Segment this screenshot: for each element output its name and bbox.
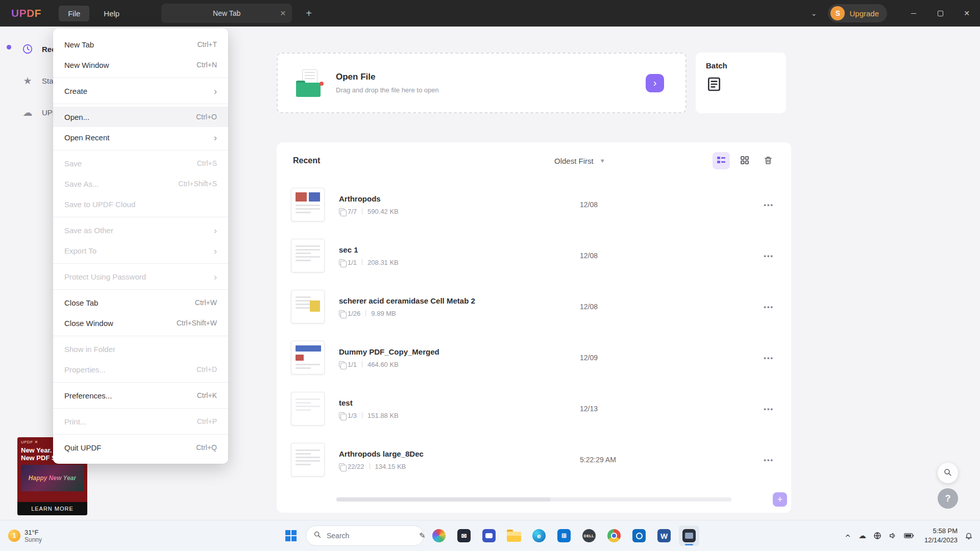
new-tab-button[interactable]: +	[301, 8, 316, 19]
menu-item-open-recent[interactable]: Open Recent›	[53, 127, 228, 147]
menu-item-label: Show in Folder	[64, 345, 115, 354]
file-more-button[interactable]: •••	[764, 456, 774, 464]
file-pages: 1/3	[348, 412, 357, 419]
menu-item-new-window[interactable]: New WindowCtrl+N	[53, 55, 228, 75]
chrome-icon[interactable]	[604, 525, 624, 546]
file-name: Arthropods	[339, 194, 580, 203]
notifications-bell-icon[interactable]	[965, 532, 973, 540]
close-button[interactable]: ✕	[953, 0, 980, 27]
meta-separator	[362, 208, 362, 214]
word-icon[interactable]: W	[654, 525, 674, 546]
file-row[interactable]: Arthropods large_8Dec 22/22 134.15 KB 5:…	[291, 434, 777, 485]
tab-close-icon[interactable]: ✕	[280, 9, 286, 17]
file-row[interactable]: Dummy PDF_Copy_Merged 1/1 464.60 KB 12/0…	[291, 332, 777, 383]
network-icon[interactable]	[873, 532, 881, 540]
tab-new-tab[interactable]: New Tab ✕	[161, 4, 292, 23]
file-name: Arthropods large_8Dec	[339, 449, 580, 458]
minimize-button[interactable]: ─	[900, 0, 927, 27]
list-view-button[interactable]	[713, 152, 730, 169]
upgrade-button[interactable]: S Upgrade	[828, 4, 887, 22]
file-more-button[interactable]: •••	[764, 354, 774, 362]
help-button[interactable]: ?	[938, 488, 958, 509]
tray-chevron-up-icon[interactable]	[844, 532, 851, 539]
file-meta: 1/3 151.88 KB	[339, 412, 580, 419]
sort-dropdown[interactable]: Oldest First ▼	[554, 157, 605, 165]
weather-widget[interactable]: 1 31°F Sunny	[8, 529, 42, 543]
menu-item-preferences[interactable]: Preferences...Ctrl+K	[53, 385, 228, 406]
pages-icon	[339, 208, 345, 214]
microsoft-store-icon[interactable]: ⊞	[554, 525, 574, 546]
menu-item-close-tab[interactable]: Close TabCtrl+W	[53, 292, 228, 313]
file-more-button[interactable]: •••	[764, 252, 774, 260]
sort-value: Oldest First	[554, 157, 594, 165]
avatar[interactable]: S	[830, 6, 845, 20]
menu-item-close-window[interactable]: Close WindowCtrl+Shift+W	[53, 313, 228, 333]
menu-item-export-to: Export To›	[53, 240, 228, 261]
menu-item-label: Export To	[64, 246, 96, 255]
snipping-tool-icon[interactable]	[679, 525, 699, 546]
menu-item-quit-updf[interactable]: Quit UPDFCtrl+Q	[53, 437, 228, 458]
menu-item-shortcut: Ctrl+W	[195, 298, 217, 307]
file-date: 5:22:29 AM	[580, 456, 733, 464]
batch-card[interactable]: Batch	[696, 53, 786, 113]
taskbar-search[interactable]: ✎	[306, 525, 424, 546]
menu-item-new-tab[interactable]: New TabCtrl+T	[53, 34, 228, 55]
file-more-button[interactable]: •••	[764, 201, 774, 209]
file-row[interactable]: test 1/3 151.88 KB 12/13 •••	[291, 383, 777, 434]
menu-divider	[53, 150, 228, 151]
mail-app-icon[interactable]: ✉	[454, 525, 474, 546]
edge-icon[interactable]: e	[529, 525, 549, 546]
file-more-button[interactable]: •••	[764, 405, 774, 413]
volume-icon[interactable]	[889, 532, 897, 540]
file-explorer-icon[interactable]	[504, 525, 524, 546]
photos-app-icon[interactable]	[429, 525, 449, 546]
search-input[interactable]	[327, 532, 419, 540]
open-file-dropzone[interactable]: Open File Drag and drop the file here to…	[277, 53, 687, 113]
pen-icon[interactable]: ✎	[419, 531, 426, 540]
pages-icon	[339, 310, 345, 316]
file-more-button[interactable]: •••	[764, 303, 774, 311]
file-menu-button[interactable]: File	[59, 6, 89, 21]
menu-item-create[interactable]: Create›	[53, 81, 228, 101]
delete-button[interactable]	[760, 152, 777, 169]
menu-item-properties: Properties...Ctrl+D	[53, 359, 228, 380]
clock-date: 12/14/2023	[924, 536, 958, 545]
dell-app-icon[interactable]: DELL	[579, 525, 599, 546]
open-file-arrow-button[interactable]: ›	[646, 74, 664, 92]
menu-item-label: Protect Using Password	[64, 272, 146, 281]
menu-item-shortcut: Ctrl+N	[197, 61, 217, 69]
menu-item-label: Save as Other	[64, 226, 113, 235]
file-row[interactable]: scherer acid ceramidase Cell Metab 2 1/2…	[291, 281, 777, 332]
taskbar-clock[interactable]: 5:58 PM 12/14/2023	[924, 527, 958, 544]
menu-item-label: Quit UPDF	[64, 443, 102, 452]
file-date: 12/08	[580, 201, 733, 209]
submenu-arrow-icon: ›	[214, 226, 217, 235]
file-row[interactable]: Arthropods 7/7 590.42 KB 12/08 •••	[291, 179, 777, 230]
start-button[interactable]	[281, 525, 301, 546]
file-thumbnail	[291, 392, 325, 425]
meta-separator	[362, 412, 362, 418]
menu-item-shortcut: Ctrl+Shift+W	[177, 319, 217, 327]
chevron-down-icon[interactable]: ⌄	[811, 9, 817, 17]
teams-chat-icon[interactable]	[479, 525, 499, 546]
help-menu-button[interactable]: Help	[94, 6, 129, 21]
add-file-button[interactable]: +	[773, 492, 787, 507]
floating-search-button[interactable]	[938, 463, 958, 483]
menu-divider	[53, 336, 228, 336]
file-meta: 1/26 9.89 MB	[339, 310, 580, 317]
menu-item-save: SaveCtrl+S	[53, 153, 228, 173]
file-pages: 1/26	[348, 310, 360, 317]
onedrive-cloud-icon[interactable]: ☁	[859, 531, 866, 540]
recent-header: Recent Oldest First ▼	[291, 142, 777, 179]
horizontal-scrollbar[interactable]	[336, 497, 731, 502]
ad-learn-more-button[interactable]: LEARN MORE	[17, 502, 87, 515]
scrollbar-thumb[interactable]	[336, 497, 551, 502]
outlook-icon[interactable]	[629, 525, 649, 546]
file-row[interactable]: sec 1 1/1 208.31 KB 12/08 •••	[291, 230, 777, 281]
menu-item-open[interactable]: Open...Ctrl+O	[53, 107, 228, 127]
grid-view-button[interactable]	[736, 152, 753, 169]
menu-divider	[53, 104, 228, 104]
menu-item-label: Properties...	[64, 365, 106, 374]
battery-icon[interactable]	[904, 532, 914, 539]
maximize-button[interactable]	[927, 0, 953, 27]
